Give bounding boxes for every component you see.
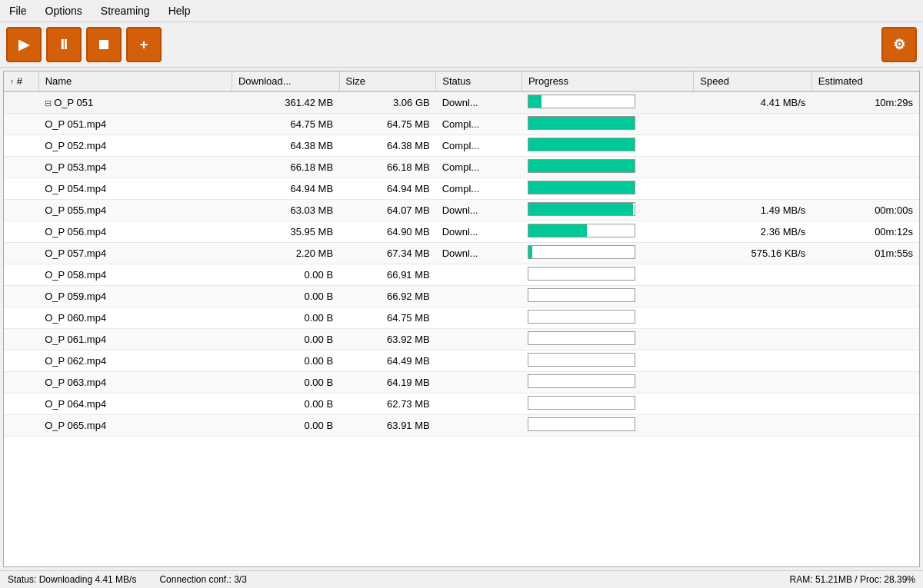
col-header-progress[interactable]: Progress (521, 71, 693, 91)
row-speed (694, 307, 812, 329)
row-name: O_P 056.mp4 (38, 221, 232, 243)
status-ram: RAM: 51.21MB / Proc: 28.39% (790, 574, 915, 585)
expand-icon[interactable]: ⊟ (45, 98, 52, 108)
row-download: 0.00 B (232, 307, 339, 329)
row-num (4, 394, 38, 415)
play-button[interactable]: ▶ (6, 27, 42, 62)
table-row[interactable]: O_P 065.mp4 0.00 B 63.91 MB (4, 415, 919, 437)
row-size: 64.75 MB (339, 114, 436, 135)
menu-file[interactable]: File (6, 3, 30, 18)
table-row[interactable]: O_P 064.mp4 0.00 B 62.73 MB (4, 394, 919, 415)
row-speed: 4.41 MB/s (694, 91, 812, 114)
row-download: 0.00 B (232, 329, 339, 350)
menu-options[interactable]: Options (42, 3, 85, 18)
col-header-speed[interactable]: Speed (694, 71, 812, 91)
progress-bar (528, 288, 635, 302)
table-row[interactable]: O_P 059.mp4 0.00 B 66.92 MB (4, 286, 919, 307)
statusbar: Status: Downloading 4.41 MB/s Connection… (0, 570, 923, 588)
add-button[interactable]: + (126, 27, 162, 62)
row-name: O_P 052.mp4 (38, 135, 232, 157)
settings-button[interactable]: ⚙ (881, 27, 917, 62)
table-row[interactable]: O_P 052.mp4 64.38 MB 64.38 MB Compl... (4, 135, 919, 157)
row-num (4, 350, 38, 372)
row-status: Downl... (436, 200, 522, 221)
row-download: 35.95 MB (232, 221, 339, 243)
row-progress (521, 286, 693, 307)
stop-button[interactable]: ⏹ (86, 27, 122, 62)
row-progress (521, 307, 693, 329)
row-size: 66.18 MB (339, 157, 436, 178)
row-name: O_P 058.mp4 (38, 264, 232, 286)
row-speed (694, 415, 812, 437)
row-download: 361.42 MB (232, 91, 339, 114)
row-progress (521, 178, 693, 200)
download-list[interactable]: ↑ # Name Download... Size Status Progres… (4, 71, 919, 566)
main-content: ↑ # Name Download... Size Status Progres… (3, 71, 920, 567)
row-download: 0.00 B (232, 350, 339, 372)
row-num (4, 114, 38, 135)
table-row[interactable]: O_P 053.mp4 66.18 MB 66.18 MB Compl... (4, 157, 919, 178)
row-status (436, 350, 522, 372)
row-download: 66.18 MB (232, 157, 339, 178)
row-size: 64.38 MB (339, 135, 436, 157)
row-progress (521, 221, 693, 243)
status-connection: Connection conf.: 3/3 (159, 574, 246, 585)
row-progress (521, 415, 693, 437)
table-row[interactable]: O_P 058.mp4 0.00 B 66.91 MB (4, 264, 919, 286)
row-name: O_P 061.mp4 (38, 329, 232, 350)
row-size: 62.73 MB (339, 394, 436, 415)
row-speed (694, 264, 812, 286)
col-header-name[interactable]: Name (38, 71, 232, 91)
table-row-parent[interactable]: ⊟O_P 051 361.42 MB 3.06 GB Downl... 4.41… (4, 91, 919, 114)
progress-bar (528, 310, 635, 324)
row-name: O_P 051.mp4 (38, 114, 232, 135)
menubar: File Options Streaming Help (0, 0, 923, 22)
row-download: 63.03 MB (232, 200, 339, 221)
row-progress (521, 91, 693, 114)
progress-bar (528, 331, 635, 345)
row-speed: 2.36 MB/s (694, 221, 812, 243)
row-progress (521, 200, 693, 221)
table-row[interactable]: O_P 057.mp4 2.20 MB 67.34 MB Downl... 57… (4, 243, 919, 264)
progress-bar (528, 116, 635, 130)
col-header-estimated[interactable]: Estimated (811, 71, 919, 91)
row-status: Compl... (436, 157, 522, 178)
table-row[interactable]: O_P 062.mp4 0.00 B 64.49 MB (4, 350, 919, 372)
table-row[interactable]: O_P 054.mp4 64.94 MB 64.94 MB Compl... (4, 178, 919, 200)
row-status (436, 286, 522, 307)
col-header-status[interactable]: Status (436, 71, 522, 91)
menu-streaming[interactable]: Streaming (98, 3, 153, 18)
row-status: Downl... (436, 243, 522, 264)
table-row[interactable]: O_P 056.mp4 35.95 MB 64.90 MB Downl... 2… (4, 221, 919, 243)
row-status: Compl... (436, 114, 522, 135)
progress-bar (528, 245, 635, 259)
row-progress (521, 329, 693, 350)
row-name: O_P 064.mp4 (38, 394, 232, 415)
progress-bar (528, 181, 635, 194)
row-status: Compl... (436, 135, 522, 157)
menu-help[interactable]: Help (165, 3, 194, 18)
table-row[interactable]: O_P 055.mp4 63.03 MB 64.07 MB Downl... 1… (4, 200, 919, 221)
row-name: O_P 055.mp4 (38, 200, 232, 221)
row-size: 64.07 MB (339, 200, 436, 221)
table-row[interactable]: O_P 063.mp4 0.00 B 64.19 MB (4, 372, 919, 394)
col-header-num[interactable]: ↑ # (4, 71, 38, 91)
col-header-size[interactable]: Size (339, 71, 436, 91)
col-header-download[interactable]: Download... (232, 71, 339, 91)
row-name: O_P 059.mp4 (38, 286, 232, 307)
row-download: 0.00 B (232, 264, 339, 286)
row-speed: 1.49 MB/s (694, 200, 812, 221)
row-size: 64.75 MB (339, 307, 436, 329)
row-progress (521, 135, 693, 157)
pause-button[interactable]: ⏸ (46, 27, 82, 62)
row-speed (694, 350, 812, 372)
row-estimated (811, 286, 919, 307)
table-row[interactable]: O_P 061.mp4 0.00 B 63.92 MB (4, 329, 919, 350)
table-row[interactable]: O_P 060.mp4 0.00 B 64.75 MB (4, 307, 919, 329)
row-speed (694, 114, 812, 135)
row-num (4, 157, 38, 178)
table-row[interactable]: O_P 051.mp4 64.75 MB 64.75 MB Compl... (4, 114, 919, 135)
row-num (4, 329, 38, 350)
toolbar: ▶ ⏸ ⏹ + ⚙ (0, 22, 923, 68)
row-download: 64.38 MB (232, 135, 339, 157)
